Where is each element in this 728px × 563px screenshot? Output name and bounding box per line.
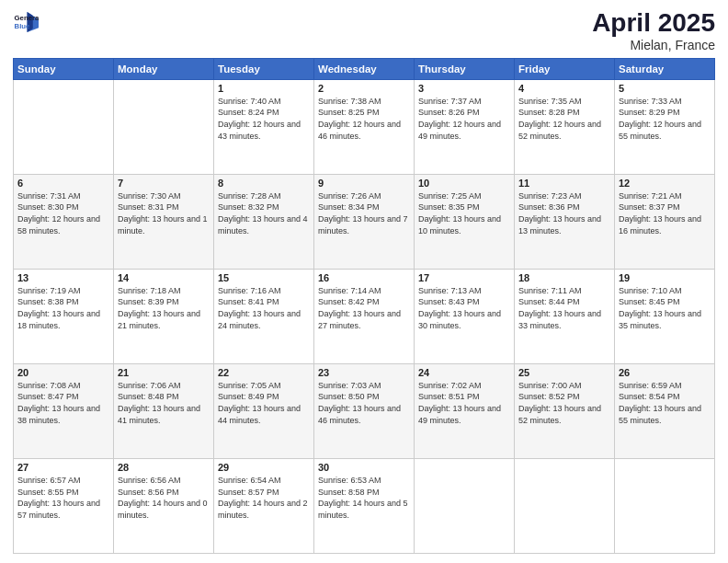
day-info: Sunrise: 7:03 AM Sunset: 8:50 PM Dayligh… <box>318 380 410 426</box>
table-cell: 1Sunrise: 7:40 AM Sunset: 8:24 PM Daylig… <box>214 79 314 174</box>
table-cell: 13Sunrise: 7:19 AM Sunset: 8:38 PM Dayli… <box>14 269 114 363</box>
day-info: Sunrise: 7:10 AM Sunset: 8:45 PM Dayligh… <box>619 285 711 331</box>
table-cell: 15Sunrise: 7:16 AM Sunset: 8:41 PM Dayli… <box>214 269 314 363</box>
day-number: 19 <box>619 272 711 283</box>
day-number: 24 <box>418 367 510 378</box>
day-number: 5 <box>619 83 711 94</box>
table-cell: 9Sunrise: 7:26 AM Sunset: 8:34 PM Daylig… <box>314 174 415 269</box>
calendar-subtitle: Mielan, France <box>592 38 715 52</box>
day-info: Sunrise: 6:54 AM Sunset: 8:57 PM Dayligh… <box>218 475 310 521</box>
day-info: Sunrise: 7:25 AM Sunset: 8:35 PM Dayligh… <box>418 190 510 236</box>
day-number: 18 <box>518 272 610 283</box>
table-cell: 18Sunrise: 7:11 AM Sunset: 8:44 PM Dayli… <box>515 269 615 363</box>
col-tuesday: Tuesday <box>214 58 314 79</box>
day-number: 29 <box>218 462 310 473</box>
col-friday: Friday <box>515 58 615 79</box>
calendar-table: Sunday Monday Tuesday Wednesday Thursday… <box>13 58 715 554</box>
day-info: Sunrise: 6:57 AM Sunset: 8:55 PM Dayligh… <box>17 475 109 521</box>
table-cell: 7Sunrise: 7:30 AM Sunset: 8:31 PM Daylig… <box>114 174 214 269</box>
day-info: Sunrise: 7:26 AM Sunset: 8:34 PM Dayligh… <box>318 190 410 236</box>
day-number: 6 <box>17 178 109 189</box>
table-cell: 19Sunrise: 7:10 AM Sunset: 8:45 PM Dayli… <box>615 269 715 363</box>
table-cell: 11Sunrise: 7:23 AM Sunset: 8:36 PM Dayli… <box>515 174 615 269</box>
week-row-1: 1Sunrise: 7:40 AM Sunset: 8:24 PM Daylig… <box>14 79 715 174</box>
table-cell: 27Sunrise: 6:57 AM Sunset: 8:55 PM Dayli… <box>14 458 114 553</box>
day-number: 13 <box>17 272 109 283</box>
table-cell: 3Sunrise: 7:37 AM Sunset: 8:26 PM Daylig… <box>415 79 515 174</box>
table-cell: 24Sunrise: 7:02 AM Sunset: 8:51 PM Dayli… <box>415 363 515 458</box>
svg-text:Blue: Blue <box>15 22 31 30</box>
day-number: 25 <box>518 367 610 378</box>
header: General Blue April 2025 Mielan, France <box>13 9 715 52</box>
day-number: 28 <box>118 462 210 473</box>
table-cell: 4Sunrise: 7:35 AM Sunset: 8:28 PM Daylig… <box>515 79 615 174</box>
day-info: Sunrise: 7:00 AM Sunset: 8:52 PM Dayligh… <box>518 380 610 426</box>
day-info: Sunrise: 7:21 AM Sunset: 8:37 PM Dayligh… <box>619 190 711 236</box>
table-cell: 5Sunrise: 7:33 AM Sunset: 8:29 PM Daylig… <box>615 79 715 174</box>
table-cell: 6Sunrise: 7:31 AM Sunset: 8:30 PM Daylig… <box>14 174 114 269</box>
table-cell: 23Sunrise: 7:03 AM Sunset: 8:50 PM Dayli… <box>314 363 415 458</box>
logo-icon: General Blue <box>13 9 39 35</box>
table-cell <box>415 458 515 553</box>
day-number: 1 <box>218 83 310 94</box>
day-number: 2 <box>318 83 410 94</box>
day-number: 21 <box>118 367 210 378</box>
day-info: Sunrise: 7:18 AM Sunset: 8:39 PM Dayligh… <box>118 285 210 331</box>
day-info: Sunrise: 7:28 AM Sunset: 8:32 PM Dayligh… <box>218 190 310 236</box>
page: General Blue April 2025 Mielan, France S… <box>0 0 728 563</box>
day-info: Sunrise: 7:16 AM Sunset: 8:41 PM Dayligh… <box>218 285 310 331</box>
week-row-2: 6Sunrise: 7:31 AM Sunset: 8:30 PM Daylig… <box>14 174 715 269</box>
calendar-header-row: Sunday Monday Tuesday Wednesday Thursday… <box>14 58 715 79</box>
day-info: Sunrise: 7:35 AM Sunset: 8:28 PM Dayligh… <box>518 96 610 142</box>
day-number: 16 <box>318 272 410 283</box>
day-info: Sunrise: 7:33 AM Sunset: 8:29 PM Dayligh… <box>619 96 711 142</box>
day-number: 23 <box>318 367 410 378</box>
day-number: 30 <box>318 462 410 473</box>
day-info: Sunrise: 7:40 AM Sunset: 8:24 PM Dayligh… <box>218 96 310 142</box>
day-info: Sunrise: 7:30 AM Sunset: 8:31 PM Dayligh… <box>118 190 210 236</box>
logo: General Blue <box>13 9 39 35</box>
table-cell: 30Sunrise: 6:53 AM Sunset: 8:58 PM Dayli… <box>314 458 415 553</box>
day-number: 12 <box>619 178 711 189</box>
day-info: Sunrise: 7:14 AM Sunset: 8:42 PM Dayligh… <box>318 285 410 331</box>
day-info: Sunrise: 7:37 AM Sunset: 8:26 PM Dayligh… <box>418 96 510 142</box>
table-cell: 22Sunrise: 7:05 AM Sunset: 8:49 PM Dayli… <box>214 363 314 458</box>
day-number: 3 <box>418 83 510 94</box>
day-info: Sunrise: 7:19 AM Sunset: 8:38 PM Dayligh… <box>17 285 109 331</box>
col-saturday: Saturday <box>615 58 715 79</box>
day-info: Sunrise: 6:59 AM Sunset: 8:54 PM Dayligh… <box>619 380 711 426</box>
day-number: 10 <box>418 178 510 189</box>
day-info: Sunrise: 7:06 AM Sunset: 8:48 PM Dayligh… <box>118 380 210 426</box>
day-number: 7 <box>118 178 210 189</box>
day-number: 4 <box>518 83 610 94</box>
table-cell: 26Sunrise: 6:59 AM Sunset: 8:54 PM Dayli… <box>615 363 715 458</box>
table-cell <box>114 79 214 174</box>
table-cell: 2Sunrise: 7:38 AM Sunset: 8:25 PM Daylig… <box>314 79 415 174</box>
table-cell: 10Sunrise: 7:25 AM Sunset: 8:35 PM Dayli… <box>415 174 515 269</box>
table-cell <box>14 79 114 174</box>
title-block: April 2025 Mielan, France <box>592 9 715 52</box>
table-cell: 16Sunrise: 7:14 AM Sunset: 8:42 PM Dayli… <box>314 269 415 363</box>
day-info: Sunrise: 7:08 AM Sunset: 8:47 PM Dayligh… <box>17 380 109 426</box>
svg-text:General: General <box>15 14 39 22</box>
table-cell: 8Sunrise: 7:28 AM Sunset: 8:32 PM Daylig… <box>214 174 314 269</box>
day-info: Sunrise: 6:56 AM Sunset: 8:56 PM Dayligh… <box>118 475 210 521</box>
table-cell: 12Sunrise: 7:21 AM Sunset: 8:37 PM Dayli… <box>615 174 715 269</box>
col-wednesday: Wednesday <box>314 58 415 79</box>
day-info: Sunrise: 7:23 AM Sunset: 8:36 PM Dayligh… <box>518 190 610 236</box>
day-number: 11 <box>518 178 610 189</box>
day-number: 9 <box>318 178 410 189</box>
table-cell <box>615 458 715 553</box>
table-cell: 17Sunrise: 7:13 AM Sunset: 8:43 PM Dayli… <box>415 269 515 363</box>
day-number: 8 <box>218 178 310 189</box>
day-number: 17 <box>418 272 510 283</box>
day-number: 22 <box>218 367 310 378</box>
table-cell <box>515 458 615 553</box>
day-info: Sunrise: 7:05 AM Sunset: 8:49 PM Dayligh… <box>218 380 310 426</box>
week-row-4: 20Sunrise: 7:08 AM Sunset: 8:47 PM Dayli… <box>14 363 715 458</box>
day-info: Sunrise: 7:13 AM Sunset: 8:43 PM Dayligh… <box>418 285 510 331</box>
day-number: 15 <box>218 272 310 283</box>
week-row-5: 27Sunrise: 6:57 AM Sunset: 8:55 PM Dayli… <box>14 458 715 553</box>
table-cell: 20Sunrise: 7:08 AM Sunset: 8:47 PM Dayli… <box>14 363 114 458</box>
table-cell: 25Sunrise: 7:00 AM Sunset: 8:52 PM Dayli… <box>515 363 615 458</box>
